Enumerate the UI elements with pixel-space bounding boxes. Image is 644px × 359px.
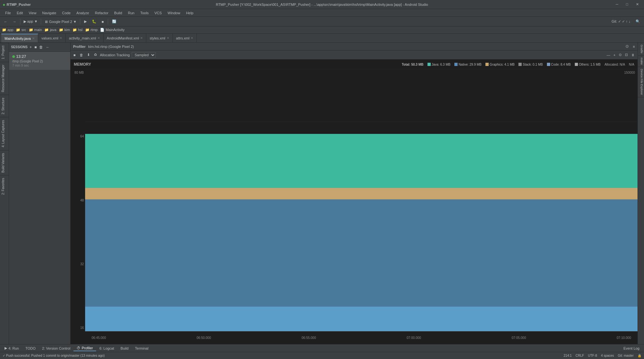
tab-values[interactable]: values.xml ✕	[38, 34, 66, 42]
menu-file[interactable]: File	[3, 10, 14, 16]
menu-help[interactable]: Help	[183, 10, 196, 16]
session-item[interactable]: 13:27 rtmp (Google Pixel 2) 7 min 9 sec	[9, 52, 70, 70]
memory-gc-btn[interactable]: ♻	[93, 53, 98, 57]
sessions-add-btn[interactable]: +	[29, 45, 32, 49]
legend-native: Native: 29.9 MB	[454, 63, 482, 66]
line-ending[interactable]: CRLF	[576, 354, 584, 357]
sidebar-item-favorites[interactable]: 2: Favorites	[0, 175, 9, 197]
menu-view[interactable]: View	[26, 10, 39, 16]
sidebar-item-project[interactable]: 1: Project	[0, 43, 9, 62]
git-status: Git: ✓ ✓ ↑ ↓	[610, 19, 632, 24]
sync-button[interactable]: 🔄	[110, 19, 118, 24]
bottom-tab-build[interactable]: Build	[117, 346, 132, 351]
git-branch[interactable]: Git: master	[618, 354, 634, 357]
breadcrumb-item-mainactivity[interactable]: 📄 MainActivity	[100, 28, 125, 32]
zoom-fit-btn[interactable]: ⊡	[624, 53, 629, 57]
legend-code: Code: 8.4 MB	[547, 63, 571, 66]
indent[interactable]: 4 spaces	[601, 354, 614, 357]
search-btn[interactable]: 🔍	[634, 19, 642, 24]
event-log-btn[interactable]: Event Log	[620, 346, 643, 351]
menu-run[interactable]: Run	[125, 10, 137, 16]
tab-values-label: values.xml	[41, 36, 58, 40]
status-right: 214:1 CRLF UTF-8 4 spaces Git: master 🔒	[564, 354, 641, 357]
bottom-tab-run[interactable]: ▶ 4: Run	[1, 345, 22, 351]
bottom-tab-version-control[interactable]: 2: Version Control	[39, 346, 73, 351]
maximize-button[interactable]: □	[623, 2, 631, 7]
breadcrumb-item-rtmp[interactable]: 📁 rtmp	[85, 28, 98, 32]
zoom-out-btn[interactable]: —	[606, 53, 611, 57]
memory-clear-btn[interactable]: 🗑	[79, 53, 84, 57]
tab-attrs[interactable]: attrs.xml ✕	[173, 34, 197, 42]
tab-activity-main[interactable]: activity_main.xml ✕	[66, 34, 104, 42]
toolbar-back[interactable]: ←	[2, 19, 9, 24]
menu-analyze[interactable]: Analyze	[74, 10, 92, 16]
tab-attrs-close[interactable]: ✕	[191, 36, 193, 40]
session-time: 13:27	[12, 54, 67, 59]
memory-dump-btn[interactable]: ⬇	[86, 53, 91, 57]
stop-button[interactable]: ■	[100, 19, 106, 24]
toolbar-sep1	[20, 19, 20, 25]
zoom-reset-btn[interactable]: ⊙	[618, 53, 623, 57]
tab-activity-main-close[interactable]: ✕	[97, 36, 100, 40]
toolbar-forward[interactable]: →	[11, 19, 18, 24]
sessions-back-btn[interactable]: ←	[45, 45, 50, 49]
tab-styles[interactable]: styles.xml ✕	[146, 34, 172, 42]
tab-androidmanifest-close[interactable]: ✕	[140, 36, 143, 40]
x-label-2: 06:50.000	[197, 336, 211, 340]
menu-edit[interactable]: Edit	[14, 10, 26, 16]
session-duration: 7 min 9 sec	[12, 64, 67, 67]
minimize-button[interactable]: ─	[613, 2, 621, 7]
tab-styles-close[interactable]: ✕	[167, 36, 169, 40]
memory-stop-btn[interactable]: ■	[72, 53, 77, 57]
tab-mainactivity[interactable]: MainActivity.java ✕	[1, 34, 38, 42]
breadcrumb-item-main[interactable]: 📁 main	[29, 28, 42, 32]
run-tab-icon: ▶	[5, 346, 7, 350]
menu-code[interactable]: Code	[60, 10, 73, 16]
allocation-tracking-select[interactable]: Sampled Full Off	[132, 52, 156, 58]
sessions-stop-btn[interactable]: ■	[34, 45, 37, 49]
menu-tools[interactable]: Tools	[138, 10, 151, 16]
right-label-gradle[interactable]: Gradle	[638, 43, 644, 56]
menu-window[interactable]: Window	[165, 10, 183, 16]
menu-build[interactable]: Build	[112, 10, 125, 16]
tab-androidmanifest[interactable]: AndroidManifest.xml ✕	[104, 34, 147, 42]
toolbar-sep3	[80, 19, 80, 25]
right-label-make[interactable]: make	[638, 56, 644, 67]
sidebar-item-build-variants[interactable]: Build Variants	[0, 150, 9, 175]
zoom-in-btn[interactable]: +	[613, 53, 616, 57]
run-button[interactable]: ▶	[82, 19, 89, 24]
profiler-title: Profiler	[73, 45, 86, 49]
profiler-settings-btn[interactable]: ⚙	[625, 44, 629, 49]
sessions-label: SESSIONS	[11, 45, 28, 49]
sessions-delete-btn[interactable]: 🗑	[39, 45, 44, 49]
sidebar-item-layout-captures[interactable]: 4: Layout Captures	[0, 117, 9, 150]
menu-vcs[interactable]: VCS	[152, 10, 164, 16]
window-title: RTMP_Pusher [Y:\002_WorkSpace\001_AS\RTM…	[216, 3, 428, 6]
menu-navigate[interactable]: Navigate	[39, 10, 59, 16]
close-button[interactable]: ✕	[633, 2, 641, 7]
breadcrumb-item-java[interactable]: 📁 java	[44, 28, 56, 32]
bottom-tab-todo[interactable]: TODO	[22, 346, 39, 351]
sidebar-item-resource-manager[interactable]: Resource Manager	[0, 62, 9, 95]
debug-button[interactable]: 🐛	[90, 19, 98, 24]
pause-btn[interactable]: ⏸	[630, 53, 636, 57]
breadcrumb-item-kim[interactable]: 📁 kim	[59, 28, 70, 32]
tab-mainactivity-close[interactable]: ✕	[32, 37, 35, 40]
breadcrumb-item-app[interactable]: 📁 app	[2, 28, 13, 32]
right-label-device-explorer[interactable]: Device File Explorer	[638, 67, 644, 97]
tab-values-close[interactable]: ✕	[60, 36, 62, 40]
memory-controls-bar: ■ 🗑 ⬇ ♻ Allocation Tracking Sampled Full…	[71, 50, 638, 60]
legend-java-dot	[427, 63, 431, 66]
menu-refactor[interactable]: Refactor	[92, 10, 111, 16]
bottom-tab-profiler[interactable]: ⏱ Profiler	[73, 345, 96, 351]
sidebar-item-structure[interactable]: 2: Structure	[0, 95, 9, 117]
bottom-tab-terminal[interactable]: Terminal	[132, 346, 152, 351]
legend-allocated-value: N/A	[629, 63, 634, 66]
todo-tab-label: TODO	[25, 346, 36, 350]
left-sidebar: 1: Project Resource Manager 2: Structure…	[0, 43, 9, 344]
encoding[interactable]: UTF-8	[588, 354, 597, 357]
breadcrumb-item-src[interactable]: 📁 src	[16, 28, 26, 32]
bottom-tab-logcat[interactable]: 6: Logcat	[96, 346, 117, 351]
breadcrumb-item-hsl[interactable]: 📁 hsl	[72, 28, 83, 32]
cursor-position[interactable]: 214:1	[564, 354, 572, 357]
